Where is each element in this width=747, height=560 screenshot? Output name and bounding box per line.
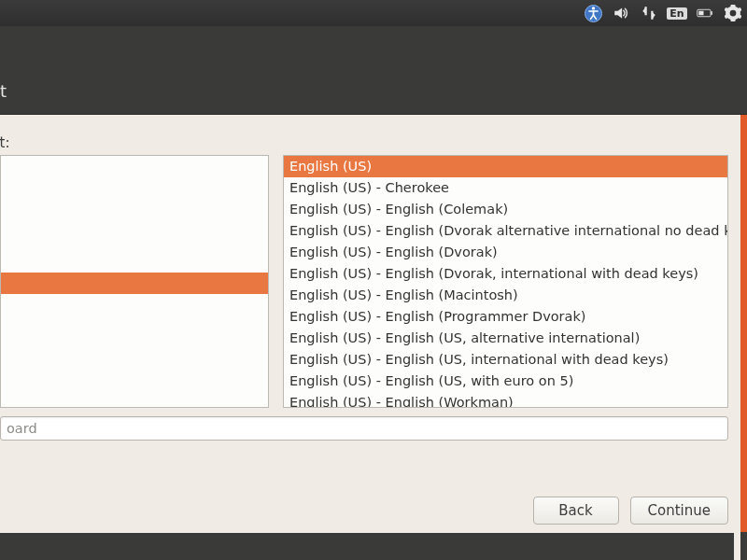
settings-icon[interactable] [725, 5, 741, 21]
input-method-icon[interactable]: En [669, 5, 685, 21]
content-area: ut: English (US)English (US) - CherokeeE… [0, 115, 740, 560]
battery-icon[interactable] [697, 5, 713, 21]
svg-rect-4 [651, 11, 653, 20]
accessibility-icon[interactable] [585, 5, 601, 21]
installer-header: t [0, 26, 747, 115]
layout-variant-row[interactable]: English (US) - English (Macintosh) [284, 285, 727, 306]
nav-button-row: Back Continue [533, 497, 728, 525]
layout-variant-row[interactable]: English (US) - English (Dvorak, internat… [284, 263, 727, 285]
decorative-right-edge [740, 115, 747, 560]
network-icon[interactable] [641, 5, 657, 21]
back-button[interactable]: Back [533, 497, 619, 525]
svg-point-0 [591, 7, 594, 9]
layout-variant-row[interactable]: English (US) - English (Colemak) [284, 199, 727, 220]
layout-language-list[interactable] [0, 155, 269, 408]
volume-icon[interactable] [613, 5, 629, 21]
layout-variant-row[interactable]: English (US) - English (Dvorak alternati… [284, 220, 727, 242]
layout-variant-row[interactable]: English (US) - English (US, alternative … [284, 328, 727, 349]
layout-variant-row[interactable]: English (US) - English (US, internationa… [284, 349, 727, 371]
svg-rect-6 [698, 11, 703, 16]
svg-rect-3 [645, 7, 647, 15]
continue-button[interactable]: Continue [630, 497, 728, 525]
layout-variant-row[interactable]: English (US) - English (Programmer Dvora… [284, 306, 727, 328]
layout-variant-row[interactable]: English (US) - English (Workman) [284, 392, 727, 408]
keyboard-test-input[interactable]: oard [0, 416, 728, 441]
layout-language-selected-row[interactable] [1, 273, 268, 294]
layout-variant-row[interactable]: English (US) - Cherokee [284, 177, 727, 199]
layout-hint-label: ut: [0, 134, 9, 151]
layout-variant-row[interactable]: English (US) [284, 156, 727, 177]
footer-strip [0, 533, 734, 560]
layout-variant-row[interactable]: English (US) - English (US, with euro on… [284, 371, 727, 392]
svg-rect-7 [711, 11, 712, 15]
top-panel: En [0, 0, 747, 26]
page-title: t [0, 81, 7, 101]
keyboard-test-placeholder: oard [7, 421, 37, 436]
layout-variant-row[interactable]: English (US) - English (Dvorak) [284, 242, 727, 263]
layout-variant-list[interactable]: English (US)English (US) - CherokeeEngli… [283, 155, 728, 408]
